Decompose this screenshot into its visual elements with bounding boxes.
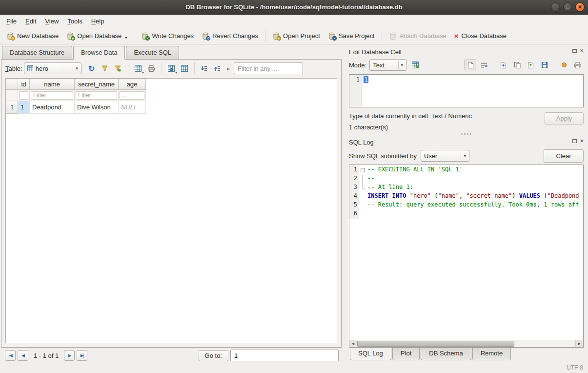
insert-record-button[interactable]: ▾ xyxy=(132,62,144,74)
print-icon xyxy=(148,65,155,72)
write-changes-button[interactable]: ✓ Write Changes xyxy=(138,30,197,42)
main-content: Database Structure Browse Data Execute S… xyxy=(0,45,588,362)
save-project-button[interactable]: ▪ Save Project xyxy=(324,30,378,42)
sql-log-editor[interactable]: 1−-- EXECUTING ALL IN 'SQL 1'2--3-- At l… xyxy=(349,165,584,348)
dock-tab-sql-log[interactable]: SQL Log xyxy=(350,348,391,360)
scroll-left-icon[interactable]: ◀ xyxy=(349,340,357,347)
toolbar-separator xyxy=(134,30,134,42)
import-file-button[interactable] xyxy=(498,60,509,70)
prev-page-button[interactable]: ◀ xyxy=(18,350,28,361)
grid-filter-row xyxy=(6,90,146,101)
column-header-age[interactable]: age xyxy=(119,79,146,90)
attach-database-button[interactable]: Attach Database xyxy=(385,30,450,42)
save-filter-button[interactable] xyxy=(112,62,124,74)
sort-desc-icon xyxy=(214,65,221,72)
cell-char-count: 1 character(s) xyxy=(349,124,545,131)
window-title: DB Browser for SQLite - /home/user/code/… xyxy=(185,3,402,11)
table-combobox[interactable]: hero ▾ xyxy=(24,62,81,74)
scrollbar-thumb[interactable] xyxy=(357,341,514,347)
submitted-by-combobox[interactable]: User ▾ xyxy=(421,150,469,162)
tab-database-structure[interactable]: Database Structure xyxy=(2,46,72,59)
menu-view[interactable]: View xyxy=(41,15,63,27)
column-header-id[interactable]: id xyxy=(18,79,30,90)
close-dock-icon[interactable]: × xyxy=(580,139,584,144)
last-page-button[interactable]: ▶| xyxy=(77,350,87,361)
fold-collapse-icon[interactable]: − xyxy=(361,168,365,172)
dock-tab-plot[interactable]: Plot xyxy=(392,348,420,360)
close-button[interactable]: × xyxy=(575,2,585,12)
float-dock-icon[interactable] xyxy=(572,49,577,53)
open-project-button[interactable]: ▸ Open Project xyxy=(269,30,324,42)
filter-input-secret-name[interactable] xyxy=(76,91,117,100)
open-database-dropdown-icon[interactable]: ▾ xyxy=(125,36,127,40)
save-as-button[interactable] xyxy=(539,60,550,70)
apply-button[interactable]: Apply xyxy=(545,112,584,124)
delete-record-button[interactable] xyxy=(179,62,190,74)
refresh-button[interactable]: ↻ xyxy=(86,62,98,74)
column-header-name[interactable]: name xyxy=(30,79,75,90)
goto-button[interactable]: Go to: xyxy=(199,350,228,361)
grid-corner[interactable] xyxy=(6,79,18,90)
mode-combobox-value: Text xyxy=(373,62,385,69)
cell-age[interactable]: NULL xyxy=(119,101,146,114)
filter-input-id[interactable] xyxy=(19,91,28,100)
cell-editor-content[interactable]: 1 xyxy=(362,75,583,107)
clear-button[interactable]: Clear xyxy=(544,149,584,163)
dock-tab-remote[interactable]: Remote xyxy=(472,348,511,360)
clear-filters-button[interactable] xyxy=(99,62,111,74)
fold-margin xyxy=(359,184,366,192)
goto-input[interactable] xyxy=(230,350,339,361)
import-data-button[interactable] xyxy=(409,60,421,70)
tab-browse-data[interactable]: Browse Data xyxy=(73,46,125,60)
float-dock-icon[interactable] xyxy=(572,139,577,143)
maximize-button[interactable]: □ xyxy=(563,2,572,12)
fold-margin[interactable]: − xyxy=(359,166,366,175)
toolbar-separator xyxy=(265,30,265,42)
first-page-button[interactable]: |◀ xyxy=(5,350,16,361)
sql-line-text: INSERT INTO "hero" ("name", "secret_name… xyxy=(366,192,579,201)
sort-desc-button[interactable] xyxy=(212,62,223,74)
minimize-button[interactable]: − xyxy=(551,2,560,12)
new-database-button[interactable]: + New Database xyxy=(3,30,62,42)
mode-combobox[interactable]: Text ▾ xyxy=(369,59,406,71)
column-header-secret-name[interactable]: secret_name xyxy=(75,79,119,90)
scroll-right-icon[interactable]: ▶ xyxy=(575,340,583,347)
cell-id[interactable]: 1 xyxy=(18,101,30,114)
copy-button[interactable] xyxy=(511,60,523,70)
import-data-icon xyxy=(412,62,419,68)
toolbar-overflow-chevron[interactable]: » xyxy=(225,65,231,72)
tab-execute-sql[interactable]: Execute SQL xyxy=(126,46,179,59)
row-number[interactable]: 1 xyxy=(6,101,18,114)
sort-asc-button[interactable] xyxy=(199,62,210,74)
print-button[interactable] xyxy=(145,62,157,74)
dock-splitter-handle[interactable] xyxy=(349,131,584,137)
next-page-button[interactable]: ▶ xyxy=(64,350,75,361)
export-record-button[interactable]: ▾ xyxy=(165,62,177,74)
dock-tab-db-schema[interactable]: DB Schema xyxy=(421,348,471,360)
menu-edit[interactable]: Edit xyxy=(21,15,41,27)
cell-editor[interactable]: 1 1 xyxy=(349,74,584,107)
menu-help[interactable]: Help xyxy=(87,15,109,27)
sql-line-text: -- At line 1: xyxy=(366,184,413,192)
sql-line-number: 5 xyxy=(349,201,359,210)
cell-name[interactable]: Deadpond xyxy=(30,101,75,114)
menu-file[interactable]: File xyxy=(2,15,21,27)
text-view-button[interactable] xyxy=(465,60,476,70)
scrollbar-track[interactable] xyxy=(357,340,575,347)
print-cell-button[interactable] xyxy=(572,60,584,70)
dock-tabbar: SQL Log Plot DB Schema Remote xyxy=(349,348,584,362)
export-file-button[interactable] xyxy=(525,60,537,70)
filter-any-input[interactable] xyxy=(234,62,303,74)
set-null-button[interactable] xyxy=(558,60,570,70)
word-wrap-button[interactable] xyxy=(478,60,490,70)
filter-input-name[interactable] xyxy=(31,91,73,100)
horizontal-scrollbar[interactable]: ◀ ▶ xyxy=(349,340,583,347)
filter-input-age[interactable] xyxy=(120,91,144,100)
open-database-button[interactable]: ▸ Open Database ▾ xyxy=(63,30,130,42)
cell-secret-name[interactable]: Dive Wilson xyxy=(75,101,119,114)
browse-data-panel: Table: hero ▾ ↻ xyxy=(1,59,342,348)
close-dock-icon[interactable]: × xyxy=(580,48,584,53)
close-database-button[interactable]: × Close Database xyxy=(451,30,510,42)
revert-changes-button[interactable]: ↺ Revert Changes xyxy=(198,30,262,42)
menu-tools[interactable]: Tools xyxy=(63,15,86,27)
